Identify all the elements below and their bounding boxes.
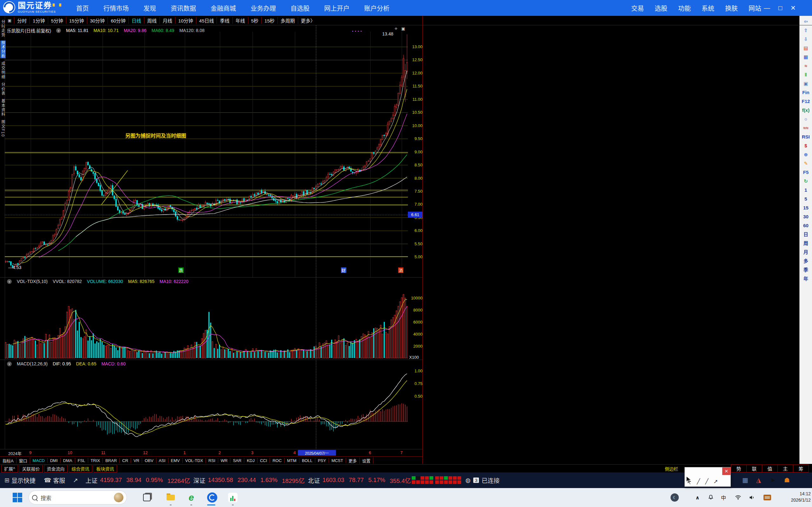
ime-icon[interactable]: 中 (717, 492, 729, 504)
pencil-icon[interactable]: ✎ (804, 161, 808, 166)
money-icon[interactable]: $ (804, 143, 807, 148)
kline-icon[interactable]: ‖ (805, 72, 807, 77)
waves-icon[interactable]: ≈≈ (803, 125, 808, 130)
mini-tab-主[interactable]: 主 (778, 464, 793, 472)
system-menu-item-1[interactable]: 交易 (631, 3, 644, 13)
f12-icon[interactable]: F12 (802, 99, 810, 104)
period-tab-多周期[interactable]: 多周期 (277, 17, 298, 24)
mini-tab-势[interactable]: 势 (731, 464, 747, 472)
down-icon[interactable]: ⇩ (804, 37, 808, 42)
period-tab-15分钟[interactable]: 15分钟 (66, 17, 87, 24)
indicator-tab-MTM[interactable]: MTM (285, 458, 299, 463)
main-menu-item-2[interactable]: 行情市场 (103, 3, 129, 13)
system-menu-item-6[interactable]: 网站 (749, 3, 761, 13)
formula-icon[interactable]: f(x) (802, 108, 809, 112)
mini-tab-筹[interactable]: 筹 (793, 464, 809, 472)
indicator-tab-RSI[interactable]: RSI (206, 458, 218, 463)
f5-icon[interactable]: F5 (803, 170, 809, 175)
indicator-tab-DMA[interactable]: DMA (61, 458, 75, 463)
chart-area[interactable] (5, 25, 408, 449)
collapse-chevron-icon[interactable]: ∨ (7, 361, 12, 366)
event-marker-消[interactable]: 消 (398, 268, 403, 273)
file-explorer-icon[interactable] (165, 492, 177, 504)
period-tab-周线[interactable]: 周线 (144, 17, 159, 24)
indicator-tab-BOLL[interactable]: BOLL (299, 458, 315, 463)
period-day[interactable]: 日 (803, 232, 808, 237)
indicator-tab-MACD[interactable]: MACD (30, 458, 48, 463)
close-button[interactable]: ✕ (791, 4, 796, 12)
indicator-tab-VR[interactable]: VR (131, 458, 142, 463)
period-tab-更多〉[interactable]: 更多〉 (298, 17, 318, 24)
period-tab-15秒[interactable]: 15秒 (261, 17, 277, 24)
indicator-tab-CCI[interactable]: CCI (258, 458, 270, 463)
period-tab-日线[interactable]: 日线 (129, 17, 144, 24)
task-view-icon[interactable] (141, 492, 153, 504)
macd-chart[interactable] (5, 368, 408, 448)
sidebar-toggle[interactable]: 侧边栏 (665, 465, 678, 472)
event-marker-财[interactable]: 财 (341, 268, 346, 273)
mini-tab-值[interactable]: 值 (762, 464, 778, 472)
indicator-tab-EMV[interactable]: EMV (168, 458, 183, 463)
system-menu-item-4[interactable]: 系统 (702, 3, 714, 13)
indicator-tab-MCST[interactable]: MCST (329, 458, 346, 463)
jump-icon[interactable]: ↗ (73, 476, 78, 484)
indicator-tab-VOL-TDX[interactable]: VOL-TDX (183, 458, 206, 463)
indicator-tab-CR[interactable]: CR (119, 458, 131, 463)
mini-tab-联[interactable]: 联 (747, 464, 762, 472)
indicator-tab-更多[interactable]: 更多 (346, 458, 360, 464)
rocket-icon[interactable]: ➤ (770, 476, 775, 484)
period-multi[interactable]: 多 (803, 259, 808, 263)
layout-icon[interactable]: ▣ (5, 18, 14, 23)
bottom-tab-扩展^[interactable]: 扩展^ (1, 465, 18, 472)
service-icon[interactable]: ☎ (44, 476, 51, 484)
indicator-tab-DMI[interactable]: DMI (48, 458, 61, 463)
period-30[interactable]: 30 (803, 214, 809, 219)
trendline-tool-icon[interactable]: ╱ (697, 478, 700, 485)
period-15[interactable]: 15 (803, 205, 809, 210)
notification-icon[interactable] (705, 492, 717, 504)
trend-icon[interactable]: ≈ (804, 63, 807, 68)
main-menu-item-9[interactable]: 账户分析 (364, 3, 390, 13)
volume-chart[interactable] (5, 278, 408, 359)
chart-app-icon[interactable] (227, 492, 239, 504)
main-menu-item-1[interactable]: 首页 (76, 3, 89, 13)
main-menu-item-8[interactable]: 网上开户 (324, 3, 350, 13)
report-icon[interactable]: ▤ (803, 46, 808, 50)
main-menu-item-4[interactable]: 资讯数据 (171, 3, 196, 13)
close-icon[interactable]: ✕ (722, 467, 730, 475)
main-menu-item-5[interactable]: 金融商城 (211, 3, 236, 13)
indicator-tab-FSL[interactable]: FSL (75, 458, 88, 463)
rsi-icon[interactable]: RSI (802, 134, 810, 139)
system-menu-item-5[interactable]: 换肤 (725, 3, 738, 13)
refresh-icon[interactable]: ↻ (804, 179, 808, 183)
maximize-button[interactable]: □ (778, 4, 782, 12)
period-5[interactable]: 5 (804, 196, 807, 201)
period-quarter[interactable]: 季 (803, 268, 808, 272)
battery-book-icon[interactable] (761, 492, 773, 504)
main-menu-item-7[interactable]: 自选股 (291, 3, 310, 13)
fin-icon[interactable]: Fin (802, 90, 809, 95)
taskbar-clock[interactable]: 14:12 2026/1/12 (783, 491, 811, 504)
arrowline-tool-icon[interactable]: ➚ (714, 478, 718, 485)
search-input[interactable]: 搜索 (29, 491, 127, 504)
back-icon[interactable]: ⇦ (804, 19, 808, 24)
period-tab-1分钟[interactable]: 1分钟 (30, 17, 48, 24)
period-tab-季线[interactable]: 季线 (217, 17, 232, 24)
indicator-tab-PSY[interactable]: PSY (315, 458, 329, 463)
volume-icon[interactable] (746, 492, 758, 504)
system-menu-item-3[interactable]: 功能 (678, 3, 691, 13)
indicator-tab-WR[interactable]: WR (218, 458, 231, 463)
up-icon[interactable]: ⇧ (804, 28, 808, 33)
main-menu-item-6[interactable]: 业务办理 (251, 3, 276, 13)
wifi-icon[interactable] (732, 492, 744, 504)
period-tab-5秒[interactable]: 5秒 (248, 17, 261, 24)
start-button[interactable] (13, 493, 22, 502)
period-tab-30分钟[interactable]: 30分钟 (87, 17, 108, 24)
service-label[interactable]: 客服 (53, 476, 65, 485)
indicator-tab-TRIX[interactable]: TRIX (88, 458, 103, 463)
night-mode-icon[interactable]: ☾ (669, 492, 681, 504)
pages-icon[interactable]: ▣ (803, 81, 808, 86)
period-month[interactable]: 月 (803, 250, 808, 255)
collapse-chevron-icon[interactable]: ∨ (56, 28, 61, 33)
move-icon[interactable]: ⊕ (804, 152, 808, 157)
